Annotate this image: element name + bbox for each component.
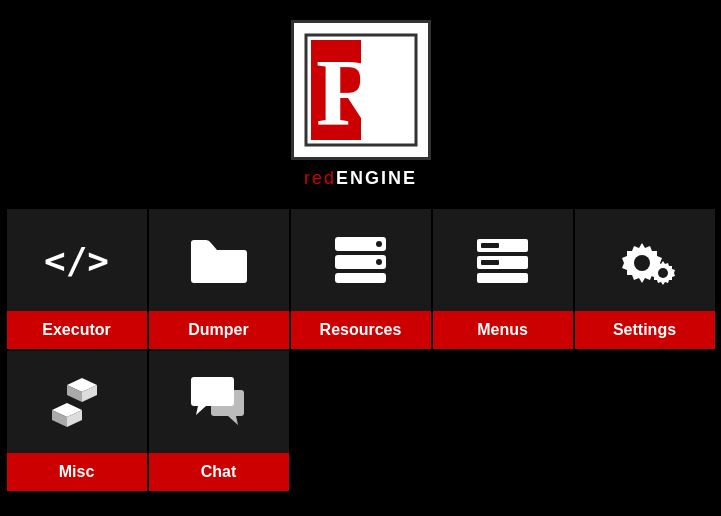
svg-point-14: [634, 255, 650, 271]
grid-item-misc[interactable]: Misc: [7, 351, 147, 491]
misc-icon-area: [7, 351, 147, 453]
empty-cell-3: [575, 351, 715, 491]
grid-item-resources[interactable]: Resources: [291, 209, 431, 349]
menu-icon: [475, 235, 530, 285]
svg-rect-11: [481, 243, 499, 248]
logo-text: redENGINE: [304, 168, 417, 189]
dumper-icon-area: [149, 209, 289, 311]
settings-label: Settings: [575, 311, 715, 349]
grid-item-dumper[interactable]: Dumper: [149, 209, 289, 349]
folder-icon: [189, 235, 249, 285]
svg-rect-10: [477, 273, 528, 283]
settings-icon: [612, 233, 677, 288]
svg-point-15: [658, 268, 668, 278]
grid-item-menus[interactable]: Menus: [433, 209, 573, 349]
resources-icon-area: [291, 209, 431, 311]
dumper-label: Dumper: [149, 311, 289, 349]
empty-cell-2: [433, 351, 573, 491]
executor-label: Executor: [7, 311, 147, 349]
empty-cell-1: [291, 351, 431, 491]
chat-label: Chat: [149, 453, 289, 491]
resources-label: Resources: [291, 311, 431, 349]
code-icon: </>: [44, 240, 109, 281]
menus-label: Menus: [433, 311, 573, 349]
grid-container: </> Executor Dumper Resources: [0, 209, 721, 491]
svg-point-7: [376, 259, 382, 265]
svg-rect-12: [481, 260, 499, 265]
logo-box: R: [291, 20, 431, 160]
misc-label: Misc: [7, 453, 147, 491]
svg-text:R: R: [316, 40, 386, 146]
svg-rect-5: [335, 273, 386, 283]
chat-icon: [186, 375, 251, 430]
menus-icon-area: [433, 209, 573, 311]
grid-item-settings[interactable]: Settings: [575, 209, 715, 349]
settings-icon-area: [575, 209, 715, 311]
svg-point-6: [376, 241, 382, 247]
cubes-icon: [47, 375, 107, 430]
chat-icon-area: [149, 351, 289, 453]
logo-image: R: [301, 30, 421, 150]
grid-item-executor[interactable]: </> Executor: [7, 209, 147, 349]
logo-container: R redENGINE: [291, 20, 431, 189]
executor-icon-area: </>: [7, 209, 147, 311]
server-icon: [333, 235, 388, 285]
grid-item-chat[interactable]: Chat: [149, 351, 289, 491]
